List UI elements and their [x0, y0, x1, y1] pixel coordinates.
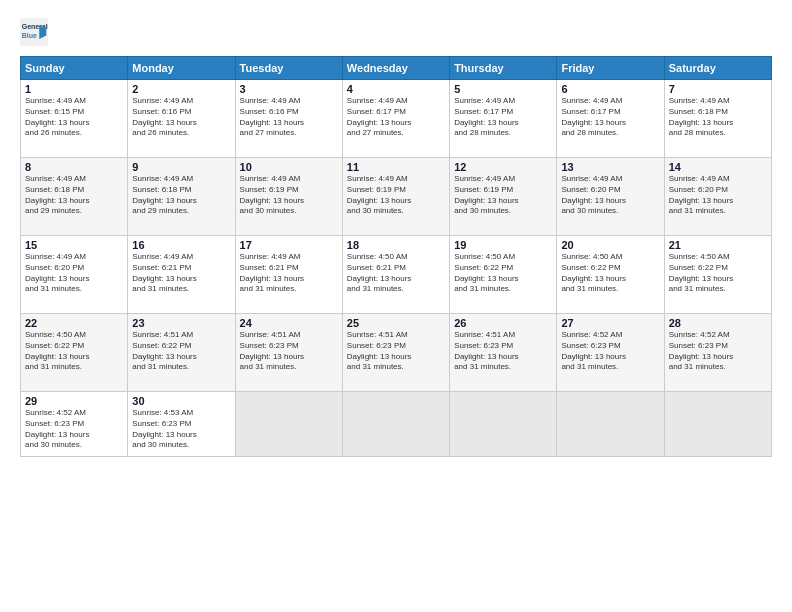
day-number: 17 — [240, 239, 338, 251]
calendar-cell: 20Sunrise: 4:50 AMSunset: 6:22 PMDayligh… — [557, 236, 664, 314]
day-number: 27 — [561, 317, 659, 329]
calendar-cell: 30Sunrise: 4:53 AMSunset: 6:23 PMDayligh… — [128, 392, 235, 457]
day-info: Sunrise: 4:49 AMSunset: 6:17 PMDaylight:… — [347, 96, 445, 139]
calendar-cell: 18Sunrise: 4:50 AMSunset: 6:21 PMDayligh… — [342, 236, 449, 314]
calendar-cell: 15Sunrise: 4:49 AMSunset: 6:20 PMDayligh… — [21, 236, 128, 314]
day-info: Sunrise: 4:52 AMSunset: 6:23 PMDaylight:… — [561, 330, 659, 373]
day-info: Sunrise: 4:49 AMSunset: 6:19 PMDaylight:… — [240, 174, 338, 217]
calendar-week-1: 1Sunrise: 4:49 AMSunset: 6:15 PMDaylight… — [21, 80, 772, 158]
calendar-cell: 27Sunrise: 4:52 AMSunset: 6:23 PMDayligh… — [557, 314, 664, 392]
calendar-cell: 22Sunrise: 4:50 AMSunset: 6:22 PMDayligh… — [21, 314, 128, 392]
calendar-cell — [664, 392, 771, 457]
day-number: 5 — [454, 83, 552, 95]
day-number: 19 — [454, 239, 552, 251]
calendar-cell: 14Sunrise: 4:49 AMSunset: 6:20 PMDayligh… — [664, 158, 771, 236]
day-number: 10 — [240, 161, 338, 173]
day-info: Sunrise: 4:49 AMSunset: 6:17 PMDaylight:… — [561, 96, 659, 139]
weekday-header-saturday: Saturday — [664, 57, 771, 80]
day-number: 25 — [347, 317, 445, 329]
calendar-cell: 16Sunrise: 4:49 AMSunset: 6:21 PMDayligh… — [128, 236, 235, 314]
calendar-body: 1Sunrise: 4:49 AMSunset: 6:15 PMDaylight… — [21, 80, 772, 457]
day-info: Sunrise: 4:49 AMSunset: 6:18 PMDaylight:… — [132, 174, 230, 217]
calendar-cell — [450, 392, 557, 457]
weekday-header-tuesday: Tuesday — [235, 57, 342, 80]
calendar-cell: 24Sunrise: 4:51 AMSunset: 6:23 PMDayligh… — [235, 314, 342, 392]
day-number: 3 — [240, 83, 338, 95]
calendar-cell: 7Sunrise: 4:49 AMSunset: 6:18 PMDaylight… — [664, 80, 771, 158]
day-number: 16 — [132, 239, 230, 251]
day-number: 12 — [454, 161, 552, 173]
calendar-cell: 10Sunrise: 4:49 AMSunset: 6:19 PMDayligh… — [235, 158, 342, 236]
day-number: 21 — [669, 239, 767, 251]
day-info: Sunrise: 4:51 AMSunset: 6:22 PMDaylight:… — [132, 330, 230, 373]
day-number: 6 — [561, 83, 659, 95]
weekday-header-sunday: Sunday — [21, 57, 128, 80]
day-number: 30 — [132, 395, 230, 407]
calendar-cell: 11Sunrise: 4:49 AMSunset: 6:19 PMDayligh… — [342, 158, 449, 236]
weekday-header-monday: Monday — [128, 57, 235, 80]
day-number: 9 — [132, 161, 230, 173]
calendar-cell: 25Sunrise: 4:51 AMSunset: 6:23 PMDayligh… — [342, 314, 449, 392]
calendar-cell: 1Sunrise: 4:49 AMSunset: 6:15 PMDaylight… — [21, 80, 128, 158]
day-info: Sunrise: 4:49 AMSunset: 6:19 PMDaylight:… — [347, 174, 445, 217]
day-number: 23 — [132, 317, 230, 329]
calendar-cell: 17Sunrise: 4:49 AMSunset: 6:21 PMDayligh… — [235, 236, 342, 314]
day-number: 1 — [25, 83, 123, 95]
day-info: Sunrise: 4:50 AMSunset: 6:22 PMDaylight:… — [561, 252, 659, 295]
page: General Blue SundayMondayTuesdayWednesda… — [0, 0, 792, 612]
calendar-cell: 6Sunrise: 4:49 AMSunset: 6:17 PMDaylight… — [557, 80, 664, 158]
calendar-week-3: 15Sunrise: 4:49 AMSunset: 6:20 PMDayligh… — [21, 236, 772, 314]
calendar-cell: 8Sunrise: 4:49 AMSunset: 6:18 PMDaylight… — [21, 158, 128, 236]
calendar-cell: 26Sunrise: 4:51 AMSunset: 6:23 PMDayligh… — [450, 314, 557, 392]
day-info: Sunrise: 4:49 AMSunset: 6:18 PMDaylight:… — [669, 96, 767, 139]
calendar: SundayMondayTuesdayWednesdayThursdayFrid… — [20, 56, 772, 457]
day-info: Sunrise: 4:52 AMSunset: 6:23 PMDaylight:… — [669, 330, 767, 373]
weekday-header-wednesday: Wednesday — [342, 57, 449, 80]
weekday-header-thursday: Thursday — [450, 57, 557, 80]
day-number: 22 — [25, 317, 123, 329]
day-number: 14 — [669, 161, 767, 173]
calendar-cell: 2Sunrise: 4:49 AMSunset: 6:16 PMDaylight… — [128, 80, 235, 158]
day-number: 20 — [561, 239, 659, 251]
calendar-cell: 12Sunrise: 4:49 AMSunset: 6:19 PMDayligh… — [450, 158, 557, 236]
calendar-week-5: 29Sunrise: 4:52 AMSunset: 6:23 PMDayligh… — [21, 392, 772, 457]
day-info: Sunrise: 4:50 AMSunset: 6:21 PMDaylight:… — [347, 252, 445, 295]
calendar-cell: 13Sunrise: 4:49 AMSunset: 6:20 PMDayligh… — [557, 158, 664, 236]
day-info: Sunrise: 4:49 AMSunset: 6:17 PMDaylight:… — [454, 96, 552, 139]
day-number: 26 — [454, 317, 552, 329]
calendar-cell: 9Sunrise: 4:49 AMSunset: 6:18 PMDaylight… — [128, 158, 235, 236]
logo-icon: General Blue — [20, 18, 48, 46]
weekday-header-friday: Friday — [557, 57, 664, 80]
calendar-week-4: 22Sunrise: 4:50 AMSunset: 6:22 PMDayligh… — [21, 314, 772, 392]
day-info: Sunrise: 4:53 AMSunset: 6:23 PMDaylight:… — [132, 408, 230, 451]
calendar-cell: 3Sunrise: 4:49 AMSunset: 6:16 PMDaylight… — [235, 80, 342, 158]
day-info: Sunrise: 4:49 AMSunset: 6:21 PMDaylight:… — [240, 252, 338, 295]
day-info: Sunrise: 4:49 AMSunset: 6:20 PMDaylight:… — [25, 252, 123, 295]
calendar-cell: 19Sunrise: 4:50 AMSunset: 6:22 PMDayligh… — [450, 236, 557, 314]
day-info: Sunrise: 4:52 AMSunset: 6:23 PMDaylight:… — [25, 408, 123, 451]
day-info: Sunrise: 4:51 AMSunset: 6:23 PMDaylight:… — [240, 330, 338, 373]
calendar-cell: 28Sunrise: 4:52 AMSunset: 6:23 PMDayligh… — [664, 314, 771, 392]
day-info: Sunrise: 4:50 AMSunset: 6:22 PMDaylight:… — [669, 252, 767, 295]
day-info: Sunrise: 4:49 AMSunset: 6:16 PMDaylight:… — [240, 96, 338, 139]
day-info: Sunrise: 4:49 AMSunset: 6:20 PMDaylight:… — [669, 174, 767, 217]
day-info: Sunrise: 4:49 AMSunset: 6:20 PMDaylight:… — [561, 174, 659, 217]
calendar-cell — [235, 392, 342, 457]
svg-text:Blue: Blue — [22, 32, 37, 39]
day-number: 11 — [347, 161, 445, 173]
day-info: Sunrise: 4:49 AMSunset: 6:15 PMDaylight:… — [25, 96, 123, 139]
logo: General Blue — [20, 18, 52, 46]
day-info: Sunrise: 4:51 AMSunset: 6:23 PMDaylight:… — [347, 330, 445, 373]
calendar-week-2: 8Sunrise: 4:49 AMSunset: 6:18 PMDaylight… — [21, 158, 772, 236]
day-number: 28 — [669, 317, 767, 329]
calendar-cell — [342, 392, 449, 457]
day-info: Sunrise: 4:51 AMSunset: 6:23 PMDaylight:… — [454, 330, 552, 373]
day-info: Sunrise: 4:49 AMSunset: 6:18 PMDaylight:… — [25, 174, 123, 217]
day-info: Sunrise: 4:50 AMSunset: 6:22 PMDaylight:… — [454, 252, 552, 295]
calendar-cell: 21Sunrise: 4:50 AMSunset: 6:22 PMDayligh… — [664, 236, 771, 314]
day-number: 18 — [347, 239, 445, 251]
day-info: Sunrise: 4:49 AMSunset: 6:19 PMDaylight:… — [454, 174, 552, 217]
calendar-header-row: SundayMondayTuesdayWednesdayThursdayFrid… — [21, 57, 772, 80]
day-number: 7 — [669, 83, 767, 95]
day-number: 13 — [561, 161, 659, 173]
